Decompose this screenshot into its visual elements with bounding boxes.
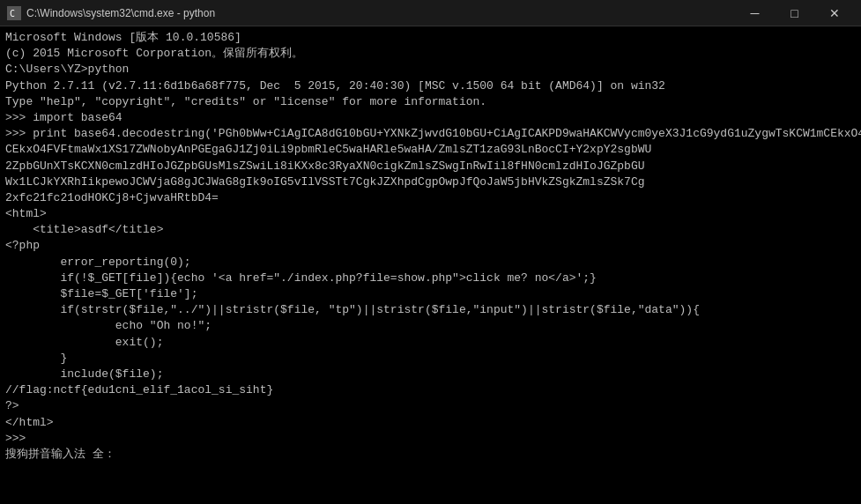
terminal-line: <?php [5,238,856,254]
terminal-line: Python 2.7.11 (v2.7.11:6d1b6a68f775, Dec… [5,78,856,94]
terminal-line: if(strstr($file,"../")||stristr($file, "… [5,302,856,318]
close-button[interactable]: ✕ [814,0,854,26]
terminal-line: exit(); [5,335,856,351]
terminal-line: } [5,351,856,367]
terminal-line: ?> [5,398,856,414]
terminal-line: Wx1LCJkYXRhIikpewoJCWVjaG8gJCJWaG8gIk9oI… [5,174,856,190]
terminal-line: CEkxO4FVFtmaWx1XS17ZWNobyAnPGEgaGJ1Zj0iL… [5,142,856,158]
terminal-line: error_reporting(0); [5,255,856,271]
terminal-line: C:\Users\YZ>python [5,62,856,78]
terminal-line: 搜狗拼音输入法 全： [5,447,856,463]
title-bar: C C:\Windows\system32\cmd.exe - python ─… [0,0,861,26]
terminal-line: //flag:nctf{edu1cni_elif_1acol_si_siht} [5,382,856,398]
title-bar-left: C C:\Windows\system32\cmd.exe - python [7,6,215,20]
terminal-line: 2xfc21fc21odHOKCj8+CjwvaHRtbD4= [5,190,856,206]
terminal-body[interactable]: Microsoft Windows [版本 10.0.10586](c) 201… [0,26,861,504]
terminal-line: Type "help", "copyright", "credits" or "… [5,94,856,110]
terminal-line: <title>asdf</title> [5,222,856,238]
svg-text:C: C [10,9,15,19]
terminal-line: (c) 2015 Microsoft Corporation。保留所有权利。 [5,46,856,62]
terminal-line: <html> [5,206,856,222]
terminal-line: Microsoft Windows [版本 10.0.10586] [5,30,856,46]
minimize-button[interactable]: ─ [735,0,775,26]
maximize-button[interactable]: □ [775,0,814,26]
terminal-line: include($file); [5,367,856,382]
cmd-window: C C:\Windows\system32\cmd.exe - python ─… [0,0,861,504]
terminal-line: </html> [5,415,856,431]
terminal-line: if(!$_GET[file]){echo '<a href="./index.… [5,271,856,286]
terminal-line: 2ZpbGUnXTsKCXN0cmlzdHIoJGZpbGUsMlsZSwiLi… [5,159,856,174]
cmd-icon: C [7,6,21,20]
terminal-line: >>> import base64 [5,110,856,126]
terminal-line: >>> [5,431,856,447]
terminal-line: >>> print base64.decodestring('PGh0bWw+C… [5,126,856,142]
window-controls: ─ □ ✕ [735,0,854,26]
window-title: C:\Windows\system32\cmd.exe - python [26,7,215,19]
terminal-line: $file=$_GET['file']; [5,286,856,302]
terminal-line: echo "Oh no!"; [5,318,856,334]
